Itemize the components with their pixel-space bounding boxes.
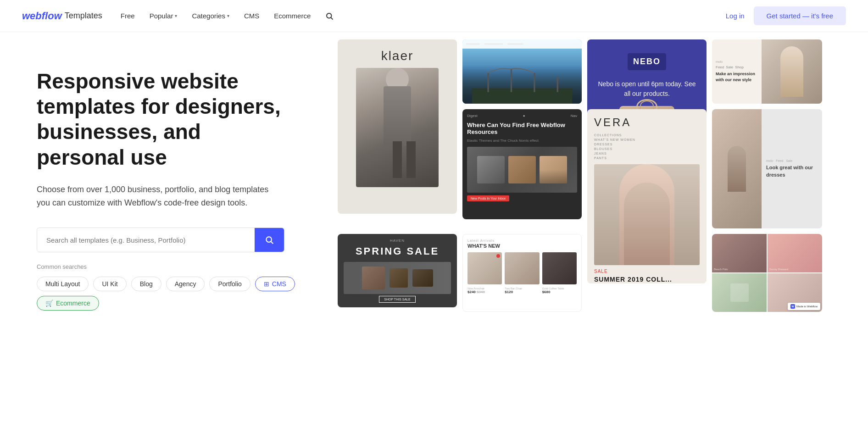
svg-rect-7 [534, 73, 535, 92]
tag-ecommerce[interactable]: 🛒 Ecommerce [37, 296, 99, 311]
arrivals-product-1 [467, 252, 502, 284]
tags-row: Multi Layout UI Kit Blog Agency Portfoli… [37, 277, 308, 311]
vera-nav: COLLECTIONS WHAT'S NEW WOMEN DRESSES BLO… [594, 133, 700, 160]
vera-bottom: SALE SUMMER 2019 COLL... WHITE IS B [594, 265, 700, 283]
template-card-impression[interactable]: molo FeedSaleShop Make an impression wit… [712, 39, 822, 104]
svg-line-3 [271, 242, 273, 244]
beach-card-3 [712, 273, 767, 312]
look-great-text: molo Feed Sale Look great with our dress… [762, 109, 822, 228]
main-container: Responsive website templates for designe… [0, 32, 868, 422]
vera-collection-label: SUMMER 2019 COLL... [594, 276, 700, 283]
chevron-down-icon: ▾ [175, 13, 177, 18]
template-card-arrivals[interactable]: Latest Arrivals WHAT'S NEW Side Armchair… [462, 234, 582, 312]
arrivals-product-2 [505, 252, 539, 284]
main-nav: Free Popular ▾ Categories ▾ CMS Ecommerc… [121, 12, 726, 20]
nebo-text: Nebo is open until 6pm today. See all ou… [596, 79, 697, 99]
tag-portfolio[interactable]: Portfolio [209, 277, 250, 291]
search-button[interactable] [255, 228, 284, 252]
search-bar [37, 228, 284, 252]
vera-title: VERA [594, 116, 700, 129]
vera-sale: SALE [594, 269, 700, 274]
haven-header-label: HAVEN [390, 239, 405, 243]
tag-cms[interactable]: ⊞ CMS [255, 277, 295, 291]
vera-model-image [594, 164, 700, 265]
template-card-bridge[interactable] [462, 39, 582, 104]
svg-line-1 [331, 17, 333, 19]
search-icon [265, 235, 274, 244]
blog-title: Where Can You Find Free Webflow Resource… [467, 122, 577, 135]
blog-header: Digest ● Nav [467, 114, 577, 118]
common-searches-label: Common searches [37, 263, 308, 270]
template-card-haven[interactable]: HAVEN SPRING SALE SHOP THIS SALE [338, 234, 457, 307]
template-card-beach[interactable]: Beach Polo Sunny Dressed W Made in Webfl… [712, 234, 822, 312]
template-card-vera[interactable]: VERA COLLECTIONS WHAT'S NEW WOMEN DRESSE… [587, 109, 707, 283]
svg-rect-6 [511, 69, 512, 92]
cms-icon: ⊞ [264, 280, 269, 288]
arrivals-products [467, 252, 577, 284]
cart-icon: 🛒 [45, 300, 53, 307]
get-started-button[interactable]: Get started — it's free [754, 6, 846, 25]
beach-card-1: Beach Polo [712, 234, 767, 272]
klaer-model-image [356, 68, 439, 187]
arrivals-product-3 [542, 252, 577, 284]
left-panel: Responsive website templates for designe… [0, 32, 330, 422]
nebo-logo: NEBO [628, 53, 666, 70]
template-card-dark-blog[interactable]: Digest ● Nav Where Can You Find Free Web… [462, 109, 582, 219]
beach-card-4: W Made in Webflow [768, 273, 822, 312]
webflow-w-icon: W [790, 304, 795, 309]
bridge-svg [462, 65, 582, 104]
nav-categories[interactable]: Categories ▾ [192, 12, 229, 20]
arrivals-prices: Side Armchair $240 $340 Two Bar Chair $1… [467, 287, 577, 294]
hero-subtitle: Choose from over 1,000 business, portfol… [37, 183, 275, 210]
nav-free[interactable]: Free [121, 12, 135, 20]
haven-sale-title: SPRING SALE [356, 245, 439, 257]
arrivals-title: WHAT'S NEW [467, 243, 577, 249]
hero-title: Responsive website templates for designe… [37, 69, 294, 170]
template-grid: klaer [330, 32, 868, 422]
header-actions: Log in Get started — it's free [726, 6, 846, 25]
nav-popular[interactable]: Popular ▾ [150, 12, 178, 20]
haven-shop-button[interactable]: SHOP THIS SALE [379, 296, 415, 303]
logo-templates: Templates [65, 11, 102, 21]
look-great-image [712, 109, 762, 228]
impression-text: molo FeedSaleShop Make an impression wit… [712, 39, 767, 104]
tag-agency[interactable]: Agency [166, 277, 205, 291]
svg-rect-8 [557, 77, 558, 92]
template-card-klaer[interactable]: klaer [338, 39, 457, 214]
arrivals-header: Latest Arrivals [467, 239, 577, 242]
template-card-look-great[interactable]: molo Feed Sale Look great with our dress… [712, 109, 822, 228]
header: webflow Templates Free Popular ▾ Categor… [0, 0, 868, 32]
svg-point-2 [266, 237, 272, 243]
tag-blog[interactable]: Blog [131, 277, 161, 291]
bridge-nav [462, 39, 582, 49]
search-input[interactable] [37, 229, 255, 251]
nav-ecommerce[interactable]: Ecommerce [274, 12, 311, 20]
tag-multi-layout[interactable]: Multi Layout [37, 277, 89, 291]
haven-products [344, 262, 451, 294]
search-icon [325, 12, 334, 20]
login-link[interactable]: Log in [726, 12, 745, 20]
vera-white-label: WHITE IS B [594, 283, 700, 283]
tag-ui-kit[interactable]: UI Kit [93, 277, 126, 291]
chevron-down-icon: ▾ [227, 13, 229, 18]
blog-image [467, 147, 577, 193]
nav-cms[interactable]: CMS [244, 12, 259, 20]
blog-cta: New Posts In Your Inbox [467, 195, 509, 201]
look-great-title: Look great with our dresses [766, 164, 818, 178]
logo-webflow: webflow [22, 10, 62, 22]
impression-title: Make an impression with our new style [716, 71, 763, 83]
made-in-webflow-badge: W Made in Webflow [788, 303, 820, 310]
blog-subtitle: Elastic Themes and The Chuck Norris effe… [467, 138, 577, 143]
svg-point-0 [327, 13, 332, 18]
beach-card-2: Sunny Dressed [768, 234, 822, 272]
nav-search[interactable] [325, 12, 334, 20]
klaer-brand: klaer [381, 49, 414, 63]
svg-rect-5 [487, 73, 489, 92]
logo[interactable]: webflow Templates [22, 10, 102, 22]
impression-image [762, 39, 822, 104]
